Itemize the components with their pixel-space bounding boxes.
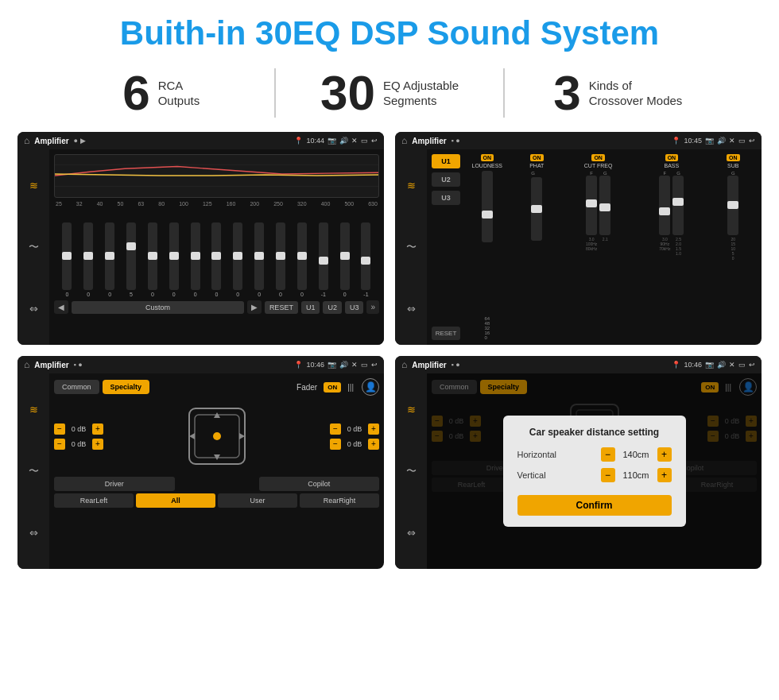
right-bottom-minus[interactable]: − — [330, 439, 341, 450]
home-icon-1[interactable]: ⌂ — [24, 135, 29, 146]
eq-sidebar-icon[interactable]: ≋ — [29, 180, 38, 191]
home-icon-2[interactable]: ⌂ — [401, 135, 407, 146]
mixer-u1-button[interactable]: U1 — [432, 154, 460, 168]
dialog-vertical-row: Vertical − 110cm + — [517, 468, 672, 482]
rearleft-button[interactable]: RearLeft — [54, 493, 134, 508]
status-bar-1: ⌂ Amplifier ● ▶ 📍 10:44 📷 🔊 ✕ ▭ ↩ — [17, 132, 384, 149]
left-bottom-plus[interactable]: + — [92, 439, 103, 450]
arrows-sidebar-icon-2[interactable]: ⇔ — [407, 303, 416, 315]
left-top-minus[interactable]: − — [54, 423, 65, 435]
minus-icon-2: ▭ — [738, 137, 746, 145]
svg-point-5 — [213, 432, 221, 440]
status-bar-4: ⌂ Amplifier ▪ ● 📍 10:46 📷 🔊 ✕ ▭ ↩ — [395, 356, 762, 373]
home-icon-3[interactable]: ⌂ — [24, 359, 29, 370]
page-title: Buith-in 30EQ DSP Sound System — [0, 14, 779, 52]
sub-slider[interactable] — [727, 176, 738, 235]
back-icon-3: ↩ — [371, 361, 378, 369]
eq-sidebar-icon-2[interactable]: ≋ — [407, 180, 416, 191]
screen-distance: ⌂ Amplifier ▪ ● 📍 10:46 📷 🔊 ✕ ▭ ↩ ≋ 〜 ⇔ — [395, 356, 762, 569]
fader-label: Fader — [296, 383, 317, 392]
bass-f-slider[interactable] — [659, 176, 670, 235]
specialty-tab[interactable]: Specialty — [103, 380, 150, 394]
home-icon-4[interactable]: ⌂ — [401, 359, 407, 370]
bass-label: BASS — [665, 163, 680, 168]
svg-marker-8 — [189, 433, 195, 439]
status-bar-2-right: 📍 10:45 📷 🔊 ✕ ▭ ↩ — [672, 137, 755, 145]
copilot-button[interactable]: Copilot — [259, 477, 380, 491]
right-top-plus[interactable]: + — [368, 423, 379, 435]
wave-sidebar-icon[interactable]: 〜 — [29, 240, 39, 254]
eq-preset-label[interactable]: Custom — [72, 301, 244, 314]
right-top-db: − 0 dB + — [330, 423, 379, 435]
cutfreq-label: CUT FREQ — [584, 163, 613, 168]
arrows-sidebar-icon-4[interactable]: ⇔ — [407, 527, 416, 539]
arrows-sidebar-icon-3[interactable]: ⇔ — [29, 527, 38, 539]
eq-sidebar-icon-3[interactable]: ≋ — [29, 404, 38, 416]
eq-graph — [54, 154, 379, 198]
screen4-time: 10:46 — [684, 361, 702, 369]
eq-expand-button[interactable]: » — [366, 300, 379, 314]
car-diagram — [177, 400, 257, 472]
stat-eq-desc: EQ AdjustableSegments — [383, 78, 459, 109]
right-top-minus[interactable]: − — [330, 423, 341, 435]
eq-sliders: 0 0 0 5 0 — [54, 210, 379, 297]
eq-prev-button[interactable]: ◀ — [54, 300, 68, 314]
horizontal-plus-button[interactable]: + — [657, 447, 672, 462]
right-bottom-plus[interactable]: + — [368, 439, 379, 450]
eq-u3-button[interactable]: U3 — [345, 301, 364, 314]
status-bar-2: ⌂ Amplifier ▪ ● 📍 10:45 📷 🔊 ✕ ▭ ↩ — [395, 132, 762, 149]
driver-button[interactable]: Driver — [54, 477, 175, 491]
speaker-icon-1: 🔊 — [339, 137, 348, 145]
stat-rca-number: 6 — [122, 68, 149, 118]
wave-sidebar-icon-3[interactable]: 〜 — [29, 464, 39, 478]
phat-slider[interactable] — [531, 177, 542, 241]
mixer-u2-button[interactable]: U2 — [432, 172, 460, 187]
wave-sidebar-icon-4[interactable]: 〜 — [406, 464, 417, 478]
screen1-time: 10:44 — [306, 137, 324, 145]
camera-icon-1: 📷 — [327, 137, 336, 145]
screen1-sidebar: ≋ 〜 ⇔ — [17, 149, 49, 345]
back-icon-4: ↩ — [749, 361, 755, 369]
stat-crossover-number: 3 — [553, 68, 580, 118]
user-button[interactable]: User — [218, 493, 297, 508]
left-bottom-value: 0 dB — [68, 440, 90, 448]
left-bottom-minus[interactable]: − — [54, 439, 65, 450]
loudness-slider[interactable] — [482, 171, 493, 242]
arrows-sidebar-icon[interactable]: ⇔ — [29, 303, 38, 315]
rearright-button[interactable]: RearRight — [300, 493, 379, 508]
wave-sidebar-icon-2[interactable]: 〜 — [406, 240, 417, 254]
cutfreq-g-slider[interactable] — [599, 176, 610, 235]
distance-bg: Common Specialty ON ||| 👤 − 0 dB + — [427, 373, 762, 569]
channel-bass: ON BASS F 3.0 90Hz 70kHz G — [636, 154, 707, 340]
vertical-plus-button[interactable]: + — [657, 468, 672, 482]
speaker-layout: − 0 dB + − 0 dB + — [54, 400, 379, 472]
screens-grid: ⌂ Amplifier ● ▶ 📍 10:44 📷 🔊 ✕ ▭ ↩ ≋ 〜 ⇔ — [0, 132, 779, 569]
eq-u1-button[interactable]: U1 — [301, 301, 320, 314]
stat-rca-desc: RCAOutputs — [158, 78, 200, 109]
screen4-sidebar: ≋ 〜 ⇔ — [395, 373, 427, 569]
mixer-u3-button[interactable]: U3 — [432, 191, 460, 205]
eq-reset-button[interactable]: RESET — [265, 301, 298, 314]
horizontal-minus-button[interactable]: − — [601, 447, 615, 462]
cutfreq-f-slider[interactable] — [586, 176, 597, 235]
status-bar-3: ⌂ Amplifier ▪ ● 📍 10:46 📷 🔊 ✕ ▭ ↩ — [17, 356, 384, 373]
eq-sidebar-icon-4[interactable]: ≋ — [407, 404, 416, 416]
screen4-title: Amplifier — [412, 361, 446, 369]
common-tab[interactable]: Common — [54, 380, 99, 394]
x-icon-4: ✕ — [729, 361, 735, 369]
confirm-button[interactable]: Confirm — [517, 495, 672, 516]
speaker-icon-4: 🔊 — [717, 361, 726, 369]
bass-g-slider[interactable] — [672, 176, 684, 235]
screen4-content: ≋ 〜 ⇔ Common Specialty ON ||| 👤 — [395, 373, 762, 569]
left-top-db: − 0 dB + — [54, 423, 103, 435]
x-icon-2: ✕ — [729, 137, 735, 145]
channel-cutfreq: ON CUT FREQ F 3.0 100Hz 80kHz G — [563, 154, 634, 340]
screen1-title: Amplifier — [34, 137, 68, 145]
channel-phat: ON PHAT G — [514, 154, 561, 340]
eq-u2-button[interactable]: U2 — [323, 301, 342, 314]
eq-next-button[interactable]: ▶ — [247, 300, 262, 314]
all-button[interactable]: All — [136, 493, 215, 508]
mixer-reset-button[interactable]: RESET — [432, 327, 460, 340]
left-top-plus[interactable]: + — [92, 423, 103, 435]
vertical-minus-button[interactable]: − — [601, 468, 615, 482]
